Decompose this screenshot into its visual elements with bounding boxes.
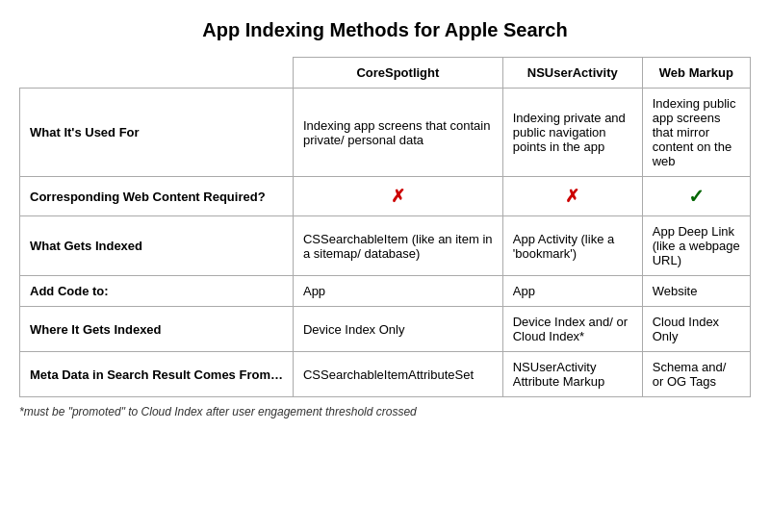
table-row: Add Code to:AppAppWebsite — [20, 276, 751, 307]
col-header-corespotlight: CoreSpotlight — [293, 58, 502, 89]
table-row: Meta Data in Search Result Comes From…CS… — [20, 352, 751, 397]
table-row: What It's Used ForIndexing app screens t… — [20, 89, 751, 177]
table-cell-r0-c2: Indexing public app screens that mirror … — [642, 89, 750, 177]
cross-icon: ✗ — [391, 187, 405, 206]
table-cell-r1-c0: ✗ — [293, 177, 502, 216]
col-header-nsuseractivity: NSUserActivity — [502, 58, 642, 89]
table-cell-r5-c2: Schema and/ or OG Tags — [642, 352, 750, 397]
row-header-2: What Gets Indexed — [20, 216, 294, 276]
table-cell-r3-c0: App — [293, 276, 502, 307]
cross-icon: ✗ — [565, 187, 579, 206]
row-header-4: Where It Gets Indexed — [20, 307, 294, 352]
table-cell-r5-c1: NSUserActivity Attribute Markup — [502, 352, 642, 397]
table-cell-r1-c2: ✓ — [642, 177, 750, 216]
row-header-0: What It's Used For — [20, 89, 294, 177]
table-cell-r2-c1: App Activity (like a 'bookmark') — [502, 216, 642, 276]
comparison-table: CoreSpotlight NSUserActivity Web Markup … — [19, 57, 751, 397]
page-title: App Indexing Methods for Apple Search — [19, 19, 751, 41]
col-header-empty — [20, 58, 294, 89]
table-cell-r2-c0: CSSearchableItem (like an item in a site… — [293, 216, 502, 276]
table-row: Corresponding Web Content Required?✗✗✓ — [20, 177, 751, 216]
table-row: Where It Gets IndexedDevice Index OnlyDe… — [20, 307, 751, 352]
table-row: What Gets IndexedCSSearchableItem (like … — [20, 216, 751, 276]
table-cell-r4-c2: Cloud Index Only — [642, 307, 750, 352]
table-cell-r0-c1: Indexing private and public navigation p… — [502, 89, 642, 177]
table-cell-r5-c0: CSSearchableItemAttributeSet — [293, 352, 502, 397]
table-cell-r3-c2: Website — [642, 276, 750, 307]
main-container: App Indexing Methods for Apple Search Co… — [19, 19, 751, 418]
table-cell-r0-c0: Indexing app screens that contain privat… — [293, 89, 502, 177]
footnote: *must be "promoted" to Cloud Index after… — [19, 405, 751, 418]
check-icon: ✓ — [688, 186, 705, 207]
table-cell-r1-c1: ✗ — [502, 177, 642, 216]
table-header-row: CoreSpotlight NSUserActivity Web Markup — [20, 58, 751, 89]
table-cell-r3-c1: App — [502, 276, 642, 307]
row-header-3: Add Code to: — [20, 276, 294, 307]
table-cell-r4-c0: Device Index Only — [293, 307, 502, 352]
row-header-1: Corresponding Web Content Required? — [20, 177, 294, 216]
col-header-webmarkup: Web Markup — [642, 58, 750, 89]
table-cell-r2-c2: App Deep Link (like a webpage URL) — [642, 216, 750, 276]
table-cell-r4-c1: Device Index and/ or Cloud Index* — [502, 307, 642, 352]
row-header-5: Meta Data in Search Result Comes From… — [20, 352, 294, 397]
